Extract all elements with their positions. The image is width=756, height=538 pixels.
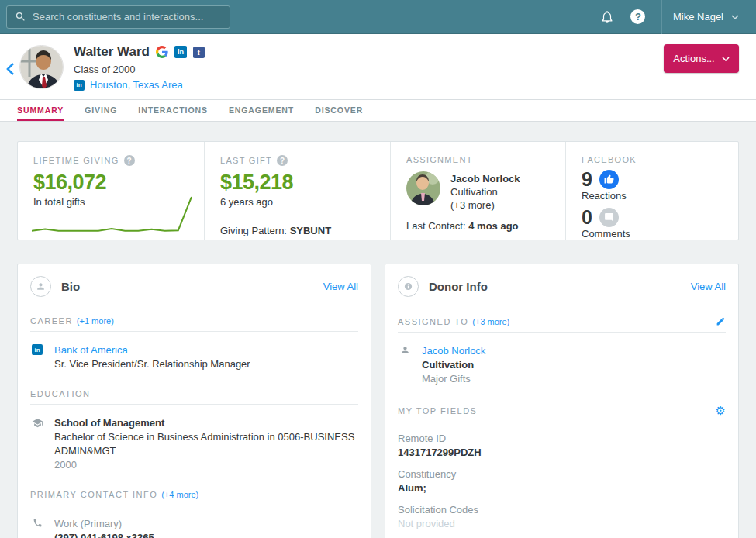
last-gift-value: $15,218: [220, 171, 375, 195]
constituent-name: Walter Ward: [74, 44, 150, 60]
assignment-section: ASSIGNMENT Jacob Norl: [390, 142, 565, 240]
facebook-section: FACEBOOK 9 Reactions 0: [565, 142, 738, 240]
assigned-to-more-link[interactable]: (+3 more): [472, 317, 509, 326]
help-icon[interactable]: ?: [623, 0, 654, 34]
topbar-divider: [661, 0, 662, 34]
bio-view-all-link[interactable]: View All: [323, 281, 358, 292]
comment-icon: [599, 208, 619, 227]
facebook-label: FACEBOOK: [582, 155, 637, 164]
thumbs-up-icon: [599, 170, 619, 189]
field-remote-id: Remote ID 1431717299PDZH: [398, 433, 726, 458]
reactions-count: 9: [582, 170, 592, 189]
donor-info-view-all-link[interactable]: View All: [691, 281, 726, 292]
assignee-stage: Cultivation: [450, 186, 520, 198]
degree: Bachelor of Science in Business Administ…: [54, 430, 358, 458]
graduation-cap-icon: [30, 416, 44, 472]
tab-discover[interactable]: DISCOVER: [315, 100, 363, 121]
assignee-details: Jacob Norlock Cultivation (+3 more): [450, 171, 520, 211]
phone-item: Work (Primary) (297) 041-6198 x3365: [30, 517, 358, 538]
phone-icon: [30, 517, 44, 538]
tab-giving[interactable]: GIVING: [85, 100, 117, 121]
comments-count: 0: [582, 208, 592, 227]
help-tooltip-icon[interactable]: ?: [124, 155, 135, 166]
contact-more-link[interactable]: (+4 more): [161, 490, 198, 499]
graduation-year: 2000: [54, 458, 358, 472]
facebook-reactions: 9 Reactions: [582, 170, 723, 202]
tab-interactions[interactable]: INTERACTIONS: [138, 100, 208, 121]
school-name: School of Management: [54, 416, 358, 430]
location-link[interactable]: Houston, Texas Area: [90, 79, 183, 91]
last-contact-value: 4 mos ago: [468, 220, 518, 232]
phone-number: (297) 041-6198 x3365: [54, 531, 154, 538]
job-title: Sr. Vice President/Sr. Relationship Mana…: [54, 357, 250, 371]
comments-label: Comments: [582, 228, 723, 240]
facebook-icon[interactable]: f: [193, 47, 205, 58]
assignee-avatar: [406, 171, 440, 205]
field-value: Not provided: [398, 518, 726, 529]
lifetime-giving-sparkline: [32, 195, 192, 233]
constituent-profile-page: ? Mike Nagel: [0, 0, 756, 538]
constituent-avatar: [19, 45, 64, 89]
topbar: ? Mike Nagel: [0, 0, 756, 34]
assigned-to-item: Jacob Norlock Cultivation Major Gifts: [398, 344, 726, 386]
tab-engagement[interactable]: ENGAGEMENT: [229, 100, 294, 121]
last-gift-subtitle: 6 years ago: [220, 196, 375, 208]
assigned-to-team: Major Gifts: [422, 372, 485, 386]
assignee-name: Jacob Norlock: [450, 173, 520, 185]
chevron-down-icon: [722, 57, 730, 61]
field-solicitation-codes: Solicitation Codes Not provided: [398, 504, 726, 529]
career-more-link[interactable]: (+1 more): [77, 316, 114, 326]
assignment-label: ASSIGNMENT: [406, 155, 473, 164]
education-label: EDUCATION: [30, 389, 90, 398]
tab-summary[interactable]: SUMMARY: [17, 100, 64, 121]
company-link[interactable]: Bank of America: [54, 343, 250, 357]
google-icon[interactable]: [156, 46, 168, 58]
help-tooltip-icon[interactable]: ?: [277, 155, 288, 166]
lifetime-giving-section: LIFETIME GIVING ? $16,072 In total gifts: [18, 142, 204, 240]
facebook-comments: 0 Comments: [582, 208, 723, 240]
user-menu[interactable]: Mike Nagel: [667, 0, 745, 34]
class-year: Class of 2000: [74, 64, 205, 75]
profile-header: Walter Ward in f Class of 2000 in Housto…: [0, 34, 756, 100]
linkedin-icon: in: [30, 343, 44, 371]
my-top-fields-label: MY TOP FIELDS: [398, 406, 477, 416]
lifetime-giving-label: LIFETIME GIVING: [33, 156, 119, 165]
donor-info-card: Donor Info View All ASSIGNED TO (+3 more…: [385, 264, 739, 538]
reactions-label: Reactions: [582, 190, 723, 202]
career-item: in Bank of America Sr. Vice President/Sr…: [30, 343, 358, 371]
bio-title: Bio: [61, 280, 313, 293]
notifications-bell-icon[interactable]: [592, 0, 623, 34]
person-icon: [398, 344, 412, 386]
field-constituency: Constituency Alum;: [398, 468, 726, 494]
giving-pattern: Giving Pattern: SYBUNT: [220, 225, 375, 236]
donor-info-title: Donor Info: [429, 280, 681, 293]
search-icon: [15, 11, 26, 22]
linkedin-location-icon: in: [74, 80, 85, 91]
gear-icon[interactable]: ⚙: [716, 405, 726, 416]
field-value: 1431717299PDZH: [398, 447, 726, 458]
assignee-more: (+3 more): [450, 199, 520, 211]
lifetime-giving-value: $16,072: [33, 171, 188, 195]
bio-card: Bio View All CAREER (+1 more) in Bank of…: [17, 264, 371, 538]
back-button[interactable]: [6, 62, 15, 76]
phone-type: Work (Primary): [54, 517, 154, 531]
edit-pencil-icon[interactable]: [716, 316, 726, 326]
stats-summary-card: LIFETIME GIVING ? $16,072 In total gifts…: [17, 141, 739, 240]
last-gift-label: LAST GIFT: [220, 156, 272, 165]
primary-contact-label: PRIMARY CONTACT INFO: [30, 490, 157, 499]
info-cards-row: Bio View All CAREER (+1 more) in Bank of…: [17, 264, 739, 538]
user-name: Mike Nagel: [673, 11, 723, 22]
assigned-to-name-link[interactable]: Jacob Norlock: [422, 344, 485, 358]
global-search[interactable]: [6, 5, 230, 29]
education-item: School of Management Bachelor of Science…: [30, 416, 358, 472]
main-content: LIFETIME GIVING ? $16,072 In total gifts…: [0, 122, 756, 538]
chevron-down-icon: [731, 15, 739, 19]
linkedin-icon[interactable]: in: [174, 46, 187, 58]
search-input[interactable]: [33, 11, 222, 22]
field-value: Alum;: [398, 482, 726, 494]
last-contact: Last Contact: 4 mos ago: [406, 220, 550, 232]
assigned-to-stage: Cultivation: [422, 358, 485, 372]
profile-tabs: SUMMARY GIVING INTERACTIONS ENGAGEMENT D…: [0, 100, 756, 122]
giving-pattern-value: SYBUNT: [290, 225, 331, 236]
actions-button[interactable]: Actions...: [664, 44, 739, 73]
